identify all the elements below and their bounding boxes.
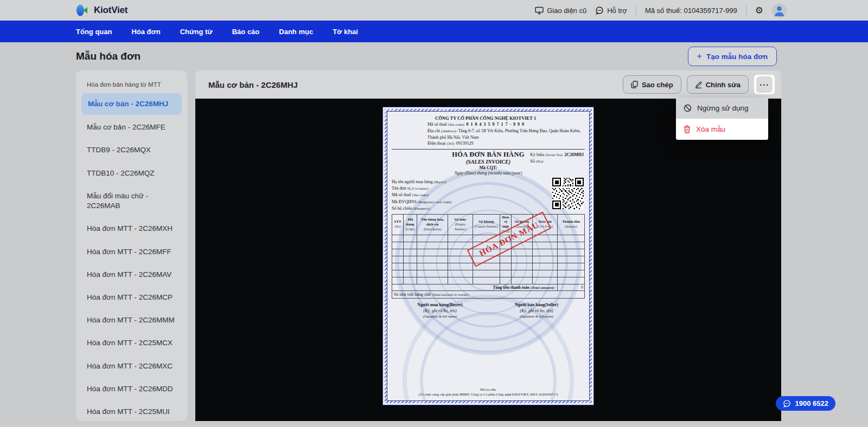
- nav-danh-muc[interactable]: Danh mục: [279, 28, 313, 36]
- deactivate-label: Ngừng sử dụng: [697, 104, 749, 112]
- nav-to-khai[interactable]: Tờ khai: [333, 28, 358, 36]
- total-amount: 0: [558, 284, 585, 290]
- invoice-border-pattern: CÔNG TY CỔ PHẦN CÔNG NGHỆ KIOTVIET 1 Mã …: [385, 109, 592, 403]
- sidebar-group-label: Hóa đơn bán hàng từ MTT: [76, 70, 187, 92]
- nav-hoa-don[interactable]: Hóa đơn: [131, 28, 160, 36]
- create-template-button[interactable]: + Tạo mẫu hóa đơn: [688, 47, 777, 66]
- buyer-signature-title: Người mua hàng(Buyer): [392, 302, 488, 308]
- trash-icon: [684, 125, 691, 133]
- sidebar-item-template[interactable]: Hóa đơn MTT - 2C26MXC: [76, 355, 187, 378]
- invoice-document: CÔNG TY CỔ PHẦN CÔNG NGHỆ KIOTVIET 1 Mã …: [382, 107, 594, 405]
- help-chat-icon: [595, 7, 604, 15]
- lookup-code-label: Mã tra cứu:: [392, 387, 585, 392]
- template-sidebar: Hóa đơn bán hàng từ MTT Mẫu cơ bản - 2C2…: [76, 70, 187, 421]
- hotline-chat-button[interactable]: 1900 6522: [776, 396, 835, 411]
- invoice-date-line: Ngày (Date) tháng (month) năm (year): [392, 171, 585, 176]
- detail-title: Mẫu cơ bản - 2C26MHJ: [208, 80, 298, 89]
- edit-button[interactable]: Chỉnh sửa: [687, 75, 749, 94]
- gear-icon[interactable]: ⚙: [755, 5, 763, 16]
- kiotviet-logo[interactable]: KiotViet: [76, 4, 127, 17]
- sidebar-item-template[interactable]: Hóa đơn MTT - 2C26MMM: [76, 309, 187, 332]
- hotline-number: 1900 6522: [795, 399, 828, 407]
- invoice-buyer-block: Họ tên người mua hàng (Buyer): Tên đơn v…: [392, 179, 585, 212]
- chat-bubble-icon: [783, 400, 791, 407]
- brand-name: KiotViet: [94, 5, 127, 16]
- invoice-footer: Mã tra cứu: (Tổ chức cung cấp giải pháp …: [392, 387, 585, 399]
- page-header: Mẫu hóa đơn + Tạo mẫu hóa đơn: [0, 42, 868, 70]
- amount-in-words: Số tiền viết bằng chữ (Total amount in w…: [392, 291, 585, 299]
- delete-label: Xóa mẫu: [696, 125, 725, 133]
- kiotviet-logo-icon: [76, 4, 90, 17]
- company-tax-code: 0 1 0 4 3 5 9 7 1 7 - 9 9 9: [466, 122, 525, 127]
- template-detail-panel: Mẫu cơ bản - 2C26MHJ Sao chép Chỉnh sửa: [195, 70, 781, 421]
- more-actions-menu: Ngừng sử dụng Xóa mẫu: [676, 98, 768, 140]
- support-label: Hỗ trợ: [607, 7, 627, 15]
- sidebar-item-template[interactable]: TTDB10 - 2C26MQZ: [76, 162, 187, 185]
- invoice-preview-area: CÔNG TY CỔ PHẦN CÔNG NGHỆ KIOTVIET 1 Mã …: [195, 99, 781, 421]
- user-icon: [772, 3, 787, 18]
- ban-icon: [684, 104, 692, 112]
- divider: [746, 5, 746, 15]
- sidebar-item-template[interactable]: Hóa đơn MTT - 2C26MCP: [76, 286, 187, 309]
- avatar[interactable]: [772, 3, 787, 18]
- more-actions-button[interactable]: ···: [756, 76, 773, 93]
- create-template-label: Tạo mẫu hóa đơn: [706, 53, 768, 61]
- plus-icon: +: [697, 52, 702, 61]
- sidebar-item-template[interactable]: Hóa đơn MTT - 2C26MDD: [76, 378, 187, 400]
- signature-block: Người mua hàng(Buyer) (Ký, ghi rõ họ, tê…: [392, 302, 585, 319]
- sidebar-item-template[interactable]: Hóa đơn MTT - 2C26MAV: [76, 263, 187, 286]
- company-name: CÔNG TY CỔ PHẦN CÔNG NGHỆ KIOTVIET 1: [435, 115, 585, 121]
- qr-code: [552, 178, 584, 209]
- sidebar-item-template[interactable]: Hóa đơn MTT - 2C26MXH: [76, 217, 187, 240]
- invoice-company-block: CÔNG TY CỔ PHẦN CÔNG NGHỆ KIOTVIET 1 Mã …: [427, 115, 585, 147]
- divider: [636, 5, 636, 15]
- pencil-icon: [695, 81, 702, 88]
- invoice-mcqt: Mã CQT:: [392, 165, 585, 170]
- support-link[interactable]: Hỗ trợ: [595, 7, 627, 15]
- old-ui-label: Giao diện cũ: [547, 7, 586, 15]
- copy-icon: [631, 81, 638, 88]
- menu-item-delete[interactable]: Xóa mẫu: [676, 119, 768, 140]
- company-phone: 09139129: [456, 141, 474, 146]
- nav-chung-tu[interactable]: Chứng từ: [180, 28, 213, 36]
- copy-button[interactable]: Sao chép: [623, 75, 681, 94]
- seller-signature-title: Người bán hàng(Seller): [488, 302, 585, 308]
- sidebar-item-template[interactable]: Mẫu cơ bản - 2C26MFE: [76, 116, 187, 139]
- sidebar-item-template[interactable]: Hóa đơn MTT - 2C25MUI: [76, 400, 187, 421]
- menu-item-deactivate[interactable]: Ngừng sử dụng: [676, 98, 768, 119]
- invoice-serial-block: Ký hiệu (Serial No): 2C26MHJ Số (No):: [530, 152, 584, 165]
- tax-id-text: Mã số thuế: 0104359717-999: [645, 7, 737, 15]
- old-ui-link[interactable]: Giao diện cũ: [535, 7, 586, 15]
- detail-header: Mẫu cơ bản - 2C26MHJ Sao chép Chỉnh sửa: [195, 70, 781, 99]
- monitor-icon: [535, 7, 544, 15]
- sidebar-item-template[interactable]: TTDB9 - 2C26MQX: [76, 139, 187, 161]
- nav-tong-quan[interactable]: Tổng quan: [76, 28, 112, 36]
- sidebar-item-template[interactable]: Mẫu cơ bản - 2C26MHJ: [81, 93, 182, 115]
- table-header-row: STT(No) Mã hàng(Code) Tên hàng hóa, dịch…: [392, 214, 585, 235]
- nav-bao-cao[interactable]: Báo cáo: [232, 28, 260, 36]
- sidebar-item-template[interactable]: Hóa đơn MTT - 2C26MFF: [76, 241, 187, 263]
- more-button-spotlight: ···: [754, 75, 775, 94]
- copy-label: Sao chép: [642, 81, 673, 89]
- sidebar-item-template[interactable]: Hóa đơn MTT - 2C25MCX: [76, 332, 187, 354]
- page-title: Mẫu hóa đơn: [76, 50, 141, 62]
- sidebar-item-template[interactable]: Mẫu đổi màu chữ - 2C26MAB: [76, 185, 187, 217]
- edit-label: Chỉnh sửa: [706, 81, 741, 89]
- main-nav: Tổng quan Hóa đơn Chứng từ Báo cáo Danh …: [0, 21, 868, 42]
- topbar: KiotViet Giao diện cũ Hỗ trợ Mã số thuế:…: [0, 0, 868, 21]
- divider: [392, 149, 585, 150]
- total-row: Tổng tiền thanh toán (Total amount): 0: [392, 284, 585, 290]
- serial-value: 2C26MHJ: [564, 152, 584, 157]
- invoice-title-block: HÓA ĐƠN BÁN HÀNG (SALES INVOICE) Mã CQT:…: [392, 151, 585, 178]
- provider-note: (Tổ chức cung cấp giải pháp HĐĐT: Công t…: [392, 392, 585, 397]
